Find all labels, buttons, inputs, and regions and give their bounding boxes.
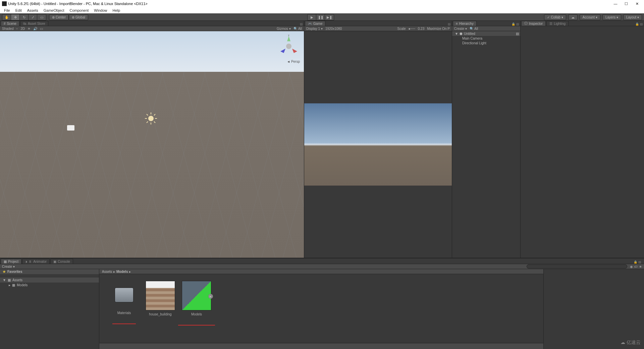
tree-folder-models[interactable]: ▸ ▦ Models — [0, 283, 99, 288]
lock-icon[interactable]: 🔒 — [634, 260, 637, 264]
panel-menu-icon[interactable]: ▤ — [516, 22, 519, 26]
menubar: File Edit Assets GameObject Component Wi… — [0, 7, 644, 13]
collab-dropdown[interactable]: ✓ Collab ▾ — [544, 14, 566, 20]
svg-point-0 — [148, 116, 154, 121]
panel-menu-icon[interactable]: ▤ — [448, 22, 451, 26]
tab-asset-store[interactable]: 🛍 Asset Store — [20, 21, 48, 26]
hierarchy-search[interactable]: 🔍 All — [470, 27, 478, 31]
menu-component[interactable]: Component — [67, 8, 91, 13]
game-toolbar: Display 1 ▾ 1920x1080 Scale ●── 0.23 Max… — [304, 26, 452, 31]
hierarchy-panel: ≡ Hierarchy 🔒▤ Create ▾ 🔍 All ▼ ⬢ Untitl… — [452, 21, 521, 258]
hierarchy-tree: ▼ ⬢ Untitled ▤ Main Camera Directional L… — [452, 31, 520, 258]
camera-gizmo[interactable] — [67, 125, 74, 131]
breadcrumb-assets[interactable]: Assets — [102, 270, 112, 273]
menu-gameobject[interactable]: GameObject — [42, 8, 66, 13]
asset-materials-folder[interactable]: Materials — [109, 281, 139, 324]
step-button[interactable]: ▶❚ — [325, 14, 334, 20]
panel-menu-icon[interactable]: ▤ — [638, 260, 641, 264]
layers-dropdown[interactable]: Layers ▾ — [602, 14, 621, 20]
project-content: Assets ▸ Models ▸ Materials house_buildi… — [99, 269, 543, 349]
rect-tool[interactable]: ▭ — [37, 14, 46, 20]
tab-game[interactable]: 🎮 Game — [305, 21, 325, 26]
folder-icon: ▦ — [12, 283, 15, 287]
scene-row[interactable]: ▼ ⬢ Untitled ▤ — [452, 31, 520, 36]
unity-scene-icon: ⬢ — [460, 32, 463, 36]
pivot-rotation[interactable]: ⊕ Global — [69, 14, 88, 20]
menu-window[interactable]: Window — [92, 8, 109, 13]
panel-menu-icon[interactable]: ▤ — [640, 22, 643, 26]
lock-icon[interactable]: 🔒 — [635, 22, 639, 26]
scene-panel: # Scene 🛍 Asset Store ▤ Shaded▾ 2D ☀ 🔊 ▭… — [0, 21, 304, 258]
project-search[interactable] — [527, 264, 627, 268]
create-dropdown[interactable]: Create ▾ — [454, 27, 467, 31]
resolution-dropdown[interactable]: 1920x1080 — [325, 27, 342, 31]
display-dropdown[interactable]: Display 1 ▾ — [306, 27, 323, 31]
rotate-tool[interactable]: ↻ — [20, 14, 29, 20]
move-tool[interactable]: ✥ — [11, 14, 20, 20]
menu-help[interactable]: Help — [110, 8, 122, 13]
draw-mode[interactable]: Shaded — [2, 27, 13, 31]
hierarchy-item[interactable]: Directional Light — [452, 41, 520, 45]
texture-thumbnail — [146, 281, 175, 310]
lighting-icon[interactable]: ☀ — [28, 27, 31, 31]
scene-toolbar: Shaded▾ 2D ☀ 🔊 ▭ Gizmos ▾ 🔍 All — [0, 26, 304, 31]
fx-icon[interactable]: ▭ — [40, 27, 43, 31]
menu-assets[interactable]: Assets — [25, 8, 40, 13]
tab-lighting[interactable]: ☰ Lighting — [546, 21, 569, 26]
tab-scene[interactable]: # Scene — [1, 21, 19, 26]
breadcrumb-models[interactable]: Models — [116, 270, 128, 273]
filter-icon[interactable]: ◉ — [630, 265, 633, 268]
favorites-header[interactable]: ★ Favorites — [0, 269, 99, 274]
game-viewport — [304, 31, 452, 258]
layout-dropdown[interactable]: Layout ▾ — [623, 14, 642, 20]
scene-search[interactable]: 🔍 All — [293, 27, 302, 31]
tab-project[interactable]: ▦ Project — [1, 259, 21, 264]
svg-marker-12 — [280, 49, 285, 53]
maximize-button[interactable]: ☐ — [624, 2, 629, 6]
favorite-icon[interactable]: ★ — [639, 265, 642, 268]
axis-gizmo[interactable]: y — [277, 35, 301, 58]
2d-toggle[interactable]: 2D — [20, 27, 25, 31]
projection-label[interactable]: ◄ Persp — [287, 60, 300, 63]
annotation-underline — [178, 325, 215, 326]
asset-models-prefab[interactable]: ▶ Models — [182, 281, 211, 326]
hand-tool[interactable]: ✋ — [2, 14, 11, 20]
audio-icon[interactable]: 🔊 — [33, 27, 37, 31]
asset-grid[interactable]: Materials house_building ▶ Models — [99, 274, 543, 343]
transform-tools: ✋ ✥ ↻ ⤢ ▭ — [2, 14, 46, 20]
create-dropdown[interactable]: Create ▾ — [2, 265, 15, 268]
scale-tool[interactable]: ⤢ — [29, 14, 37, 20]
pause-button[interactable]: ❚❚ — [316, 14, 325, 20]
tab-animator[interactable]: ⏵⏸ Animator — [22, 259, 50, 264]
minimize-button[interactable]: — — [613, 2, 618, 6]
scene-viewport[interactable]: y ◄ Persp — [0, 31, 304, 258]
tab-inspector[interactable]: ⓘ Inspector — [521, 21, 546, 26]
assets-root[interactable]: ▼ ▦ Assets — [0, 278, 99, 283]
filter-label-icon[interactable]: 🏷 — [634, 265, 638, 268]
cloud-button[interactable]: ☁ — [568, 14, 578, 20]
scale-label: Scale — [397, 27, 406, 31]
folder-icon: ▦ — [8, 278, 11, 282]
lock-icon[interactable]: 🔒 — [512, 22, 515, 26]
tab-console[interactable]: ▣ Console — [50, 259, 73, 264]
window-title: Unity 5.6.2f1 (64bit) - Untitled - Impor… — [8, 2, 148, 6]
svg-line-7 — [147, 121, 148, 123]
gizmos-dropdown[interactable]: Gizmos ▾ — [277, 27, 291, 31]
play-button[interactable]: ▶ — [308, 14, 316, 20]
asset-house-building[interactable]: house_building — [146, 281, 175, 316]
expand-icon[interactable]: ▶ — [208, 294, 213, 299]
hierarchy-item[interactable]: Main Camera — [452, 36, 520, 41]
tab-hierarchy[interactable]: ≡ Hierarchy — [453, 21, 477, 26]
unity-logo-icon — [2, 1, 7, 6]
pivot-mode[interactable]: ⊕ Center — [49, 14, 69, 20]
panel-menu-icon[interactable]: ▤ — [300, 22, 303, 26]
scale-value: 0.23 — [418, 27, 424, 31]
account-dropdown[interactable]: Account ▾ — [580, 14, 600, 20]
maximize-toggle[interactable]: Maximize On P — [427, 27, 450, 31]
star-icon: ★ — [3, 270, 6, 273]
scale-slider[interactable]: ●── — [409, 27, 415, 31]
menu-file[interactable]: File — [2, 8, 12, 13]
directional-light-gizmo[interactable] — [144, 112, 158, 125]
close-button[interactable]: ✕ — [635, 2, 639, 6]
menu-edit[interactable]: Edit — [13, 8, 24, 13]
